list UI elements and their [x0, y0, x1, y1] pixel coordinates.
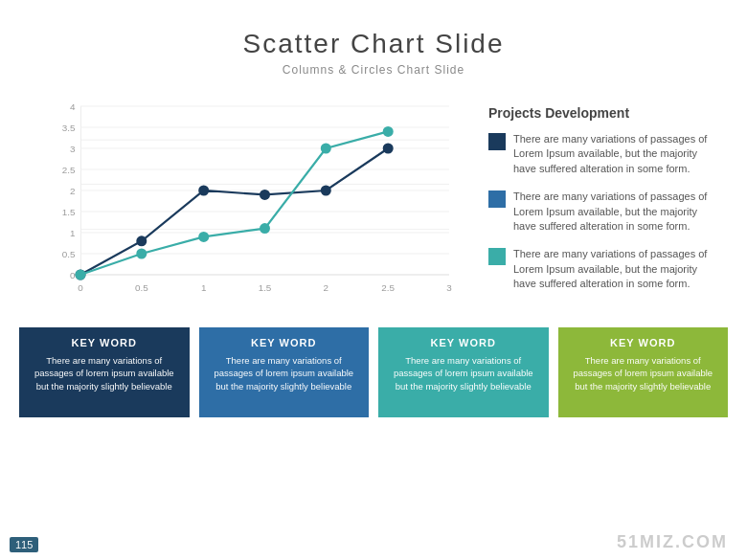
page-number: 115: [10, 537, 38, 552]
legend-text-2: There are many variations of passages of…: [513, 190, 718, 234]
svg-point-37: [198, 186, 209, 196]
legend-item-3: There are many variations of passages of…: [488, 247, 718, 291]
page-subtitle: Columns & Circles Chart Slide: [0, 63, 747, 77]
chart-area: 0 0.5 1 1.5 2 0: [29, 96, 469, 310]
svg-point-45: [321, 144, 331, 154]
svg-text:2: 2: [70, 186, 76, 196]
svg-point-43: [198, 232, 209, 242]
svg-text:0.5: 0.5: [62, 249, 76, 259]
svg-point-40: [383, 144, 394, 154]
svg-text:0: 0: [78, 282, 83, 293]
legend-text-1: There are many variations of passages of…: [513, 132, 718, 176]
card-1-arrow: [93, 396, 116, 408]
legend-color-1: [488, 133, 506, 150]
card-4-text: There are many variations of passages of…: [568, 354, 719, 392]
header: Scatter Chart Slide Columns & Circles Ch…: [0, 0, 747, 77]
cards-row: KEY WORD There are many variations of pa…: [0, 327, 747, 417]
legend-item-2: There are many variations of passages of…: [488, 190, 718, 234]
card-3-text: There are many variations of passages of…: [388, 354, 539, 392]
svg-point-46: [383, 126, 394, 137]
svg-text:4: 4: [70, 101, 76, 112]
svg-text:3: 3: [446, 282, 452, 293]
legend-item-1: There are many variations of passages of…: [488, 132, 718, 176]
svg-point-39: [321, 186, 331, 196]
footer: 115: [10, 537, 38, 552]
card-1-title: KEY WORD: [29, 337, 180, 348]
svg-text:1.5: 1.5: [259, 282, 272, 293]
svg-text:1.5: 1.5: [62, 207, 76, 217]
watermark: 51MIZ.COM: [617, 532, 728, 552]
svg-text:3: 3: [70, 144, 76, 154]
svg-point-36: [136, 235, 147, 246]
card-4-title: KEY WORD: [568, 337, 719, 348]
svg-text:0: 0: [70, 270, 76, 280]
page-title: Scatter Chart Slide: [0, 29, 747, 59]
card-1: KEY WORD There are many variations of pa…: [19, 327, 190, 417]
legend-color-3: [488, 248, 506, 265]
main-content: 0 0.5 1 1.5 2 0: [0, 86, 747, 320]
card-3: KEY WORD There are many variations of pa…: [378, 327, 549, 417]
svg-point-41: [76, 270, 86, 280]
card-4-arrow: [631, 396, 654, 408]
card-3-title: KEY WORD: [388, 337, 539, 348]
card-4: KEY WORD There are many variations of pa…: [558, 327, 729, 417]
svg-point-42: [136, 249, 147, 259]
svg-point-44: [260, 223, 270, 234]
legend-color-2: [488, 190, 506, 208]
card-2-text: There are many variations of passages of…: [209, 354, 360, 392]
scatter-chart: 0 0.5 1 1.5 2 0: [29, 96, 469, 306]
svg-text:1: 1: [70, 228, 76, 238]
svg-text:2.5: 2.5: [381, 282, 395, 293]
card-1-text: There are many variations of passages of…: [29, 354, 180, 392]
svg-text:2: 2: [324, 282, 329, 293]
svg-text:1: 1: [201, 282, 207, 293]
card-2-arrow: [272, 396, 295, 408]
card-2: KEY WORD There are many variations of pa…: [199, 327, 370, 417]
svg-text:2.5: 2.5: [62, 165, 76, 175]
svg-text:3.5: 3.5: [62, 123, 76, 133]
card-2-title: KEY WORD: [209, 337, 360, 348]
legend-text-3: There are many variations of passages of…: [513, 247, 718, 291]
svg-text:0.5: 0.5: [135, 282, 148, 293]
legend-area: Projects Development There are many vari…: [488, 96, 718, 310]
svg-point-38: [260, 190, 270, 200]
legend-title: Projects Development: [488, 105, 718, 121]
card-3-arrow: [452, 396, 475, 408]
